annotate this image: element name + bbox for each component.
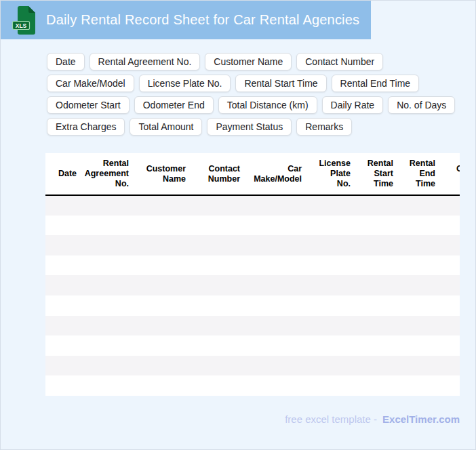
table-cell [356, 216, 399, 236]
table-cell [307, 295, 356, 316]
table-cell [134, 295, 191, 316]
table-cell [245, 295, 307, 316]
table-cell [191, 275, 245, 295]
table-cell [441, 195, 460, 216]
xls-badge-label: XLS [16, 22, 27, 28]
table-row [45, 255, 460, 276]
table-cell [356, 375, 399, 396]
table-body [45, 195, 460, 396]
footer-brand-link[interactable]: ExcelTimer.com [382, 413, 460, 425]
table-row [45, 275, 460, 295]
table-cell [191, 335, 245, 356]
table-cell [356, 295, 399, 316]
table-cell [45, 216, 82, 236]
table-cell [307, 375, 356, 396]
field-chip[interactable]: Car Make/Model [47, 75, 134, 92]
table-cell [245, 356, 307, 376]
table-cell [45, 255, 82, 276]
table-cell [441, 275, 460, 295]
column-header: Rental Agreement No. [82, 153, 134, 195]
footer: free excel template -ExcelTimer.com [1, 413, 460, 425]
table-row [45, 195, 460, 216]
table-cell [45, 275, 82, 295]
table-cell [399, 195, 441, 216]
field-chip[interactable]: Rental End Time [332, 75, 420, 92]
field-chip[interactable]: Total Distance (km) [218, 96, 317, 114]
table-cell [191, 356, 245, 376]
field-chip[interactable]: Payment Status [207, 118, 292, 136]
field-chip[interactable]: License Plate No. [139, 75, 231, 92]
table-cell [356, 235, 399, 255]
table-cell [45, 235, 82, 255]
table-cell [245, 216, 307, 236]
field-chip[interactable]: Daily Rate [322, 96, 384, 114]
table-cell [356, 255, 399, 276]
field-chip[interactable]: No. of Days [388, 96, 455, 114]
table-cell [45, 316, 82, 336]
table-cell [191, 255, 245, 276]
field-chip[interactable]: Odometer Start [47, 96, 130, 114]
table-cell [191, 375, 245, 396]
field-chip[interactable]: Contact Number [296, 53, 383, 70]
table-cell [399, 335, 441, 356]
table-cell [245, 235, 307, 255]
column-header: Odometer Start [441, 153, 460, 195]
table-row [45, 295, 460, 316]
field-chip[interactable]: Odometer End [134, 96, 214, 114]
rental-record-table: DateRental Agreement No.Customer NameCon… [45, 153, 460, 396]
field-chips: DateRental Agreement No.Customer NameCon… [47, 53, 474, 136]
table-row [45, 356, 460, 376]
table-cell [82, 255, 134, 276]
field-chip[interactable]: Rental Agreement No. [90, 53, 201, 70]
table-row [45, 235, 460, 255]
table-cell [441, 375, 460, 396]
table-cell [82, 275, 134, 295]
table-cell [307, 255, 356, 276]
table-cell [191, 195, 245, 216]
table-cell [134, 235, 191, 255]
table-cell [134, 316, 191, 336]
table-cell [82, 235, 134, 255]
table-cell [356, 356, 399, 376]
table-container: DateRental Agreement No.Customer NameCon… [45, 153, 460, 396]
table-cell [399, 255, 441, 276]
table-cell [356, 316, 399, 336]
table-cell [441, 356, 460, 376]
table-cell [356, 275, 399, 295]
table-cell [441, 255, 460, 276]
table-cell [82, 316, 134, 336]
table-cell [399, 295, 441, 316]
table-cell [45, 356, 82, 376]
table-cell [399, 375, 441, 396]
table-cell [307, 275, 356, 295]
table-row [45, 216, 460, 236]
table-cell [307, 216, 356, 236]
field-chip[interactable]: Date [47, 53, 85, 70]
table-cell [245, 255, 307, 276]
table-cell [441, 216, 460, 236]
table-cell [45, 295, 82, 316]
table-cell [191, 216, 245, 236]
header-bar: XLS Daily Rental Record Sheet for Car Re… [1, 1, 371, 39]
field-chip[interactable]: Extra Charges [47, 118, 125, 136]
field-chip[interactable]: Rental Start Time [235, 75, 326, 92]
table-row [45, 316, 460, 336]
table-cell [82, 195, 134, 216]
xls-file-icon: XLS [12, 5, 37, 35]
column-header: Contact Number [191, 153, 245, 195]
column-header: Customer Name [134, 153, 191, 195]
table-cell [399, 235, 441, 255]
field-chip[interactable]: Total Amount [130, 118, 202, 136]
table-cell [307, 316, 356, 336]
table-header-row: DateRental Agreement No.Customer NameCon… [45, 153, 460, 195]
column-header: Car Make/Model [245, 153, 307, 195]
table-cell [356, 195, 399, 216]
table-cell [245, 375, 307, 396]
page-title: Daily Rental Record Sheet for Car Rental… [46, 12, 359, 28]
field-chip[interactable]: Customer Name [205, 53, 292, 70]
table-cell [82, 375, 134, 396]
field-chip[interactable]: Remarks [296, 118, 352, 136]
table-cell [399, 316, 441, 336]
table-cell [134, 375, 191, 396]
table-cell [307, 195, 356, 216]
